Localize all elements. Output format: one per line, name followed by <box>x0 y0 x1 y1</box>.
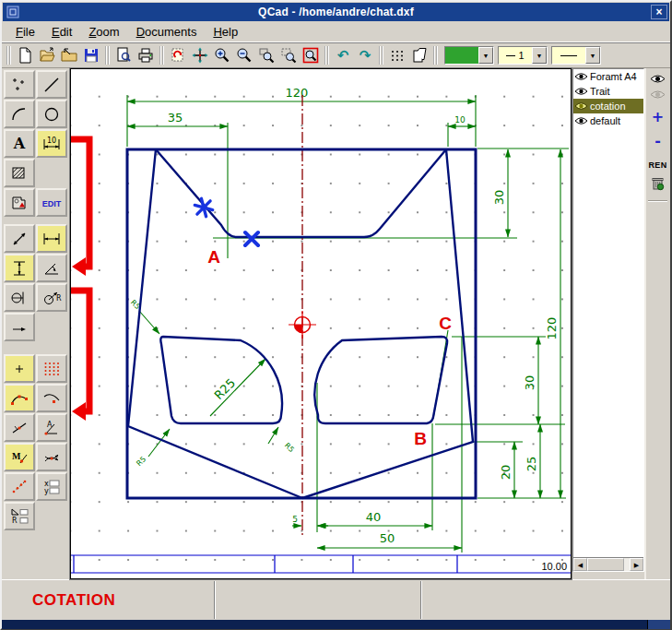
tool-arc-button[interactable] <box>4 100 35 128</box>
snap-intersection-icon <box>41 448 62 467</box>
coordinate-input-button[interactable]: xy <box>36 472 67 501</box>
layer-list[interactable]: Foramt A4 Trait cotation default ◀ <box>572 68 644 572</box>
layer-name: Foramt A4 <box>590 71 637 82</box>
style-dropdown-arrow[interactable]: ▼ <box>585 47 600 64</box>
tool-line-button[interactable] <box>36 70 67 99</box>
tool-points-button[interactable] <box>4 70 35 99</box>
color-combobox[interactable]: ▼ <box>444 46 494 65</box>
layer-row-trait[interactable]: Trait <box>573 84 643 99</box>
scroll-left-button[interactable]: ◀ <box>573 558 587 571</box>
snap-grid-button[interactable] <box>36 354 67 383</box>
hide-all-layers-button[interactable] <box>650 89 666 100</box>
menu-zoom[interactable]: Zoom <box>80 23 127 41</box>
snap-distance-button[interactable] <box>4 472 35 501</box>
menu-file[interactable]: File <box>7 23 43 41</box>
title-block <box>71 555 571 573</box>
svg-text:R5: R5 <box>283 441 296 454</box>
layer-list-hscrollbar[interactable]: ◀ ▶ <box>573 557 643 571</box>
show-all-layers-button[interactable] <box>650 74 666 84</box>
tool-hatch-button[interactable] <box>4 159 35 187</box>
rename-layer-button[interactable]: REN <box>649 160 667 170</box>
menu-edit[interactable]: Edit <box>43 23 80 41</box>
dim-angular-button[interactable] <box>36 254 67 282</box>
close-button[interactable]: × <box>651 5 667 19</box>
snap-midpoint-button[interactable]: M <box>4 443 35 471</box>
save-button[interactable] <box>80 44 102 66</box>
snap-free-button[interactable] <box>4 354 35 383</box>
linewidth-combobox[interactable]: 1 ▼ <box>498 46 548 65</box>
dim-radius-button[interactable]: R <box>36 283 67 312</box>
zoom-window-button[interactable] <box>255 44 277 66</box>
open-file-button[interactable] <box>36 44 58 66</box>
snap-endpoint-button[interactable] <box>4 384 35 412</box>
dim-leader-button[interactable] <box>4 313 35 341</box>
dim-angular-icon <box>41 259 62 278</box>
dim-radius-icon: R <box>41 289 62 307</box>
scroll-right-button[interactable]: ▶ <box>630 558 643 571</box>
dim-horizontal-icon <box>41 230 62 248</box>
tool-text-button[interactable]: A <box>4 129 35 158</box>
layer-view-button[interactable] <box>408 44 430 66</box>
palette-spacer <box>36 159 67 187</box>
dim-aligned-button[interactable] <box>4 224 35 253</box>
drawing-canvas[interactable]: 120 35 10 30 120 30 25 20 40 50 5 R25 R5… <box>70 68 572 579</box>
svg-text:5: 5 <box>292 515 298 524</box>
menu-help[interactable]: Help <box>205 23 246 41</box>
print-preview-button[interactable] <box>112 44 135 66</box>
polar-input-button[interactable]: R <box>4 502 35 530</box>
pan-button[interactable] <box>189 44 211 66</box>
undo-button[interactable]: ↶ <box>332 44 354 66</box>
layer-row-format[interactable]: Foramt A4 <box>573 69 643 84</box>
svg-text:120: 120 <box>286 86 309 100</box>
dim-vertical-button[interactable] <box>4 254 35 282</box>
zoom-previous-button[interactable] <box>300 44 322 66</box>
circle-icon <box>41 105 62 124</box>
zoom-previous-icon <box>301 46 320 65</box>
zoom-auto-button[interactable] <box>277 44 300 66</box>
snap-intersection-button[interactable] <box>36 443 67 471</box>
text-icon: A <box>9 135 29 153</box>
layer-row-default[interactable]: default <box>573 113 643 128</box>
linestyle-combobox[interactable]: ▼ <box>551 46 601 65</box>
redo-button[interactable]: ↷ <box>354 44 376 66</box>
trash-icon[interactable] <box>650 175 666 191</box>
print-button[interactable] <box>135 44 157 66</box>
tool-circle-button[interactable] <box>36 100 67 128</box>
dim-vertical-icon <box>9 259 29 278</box>
snap-on-entity-button[interactable] <box>36 384 67 412</box>
zoom-auto-icon <box>279 46 298 65</box>
pan-icon <box>191 46 209 65</box>
svg-text:R5: R5 <box>135 455 147 468</box>
width-dropdown-arrow[interactable]: ▼ <box>532 47 547 64</box>
snap-middle-button[interactable] <box>4 413 35 442</box>
dim-diameter-button[interactable] <box>4 283 35 312</box>
svg-text:y: y <box>44 487 49 495</box>
svg-text:35: 35 <box>168 111 183 125</box>
grid-size-label: 10.00 <box>541 561 567 572</box>
snap-angle-button[interactable]: A <box>36 413 67 442</box>
tool-dimension-button[interactable]: 10 <box>36 129 67 158</box>
scroll-thumb[interactable] <box>587 558 624 571</box>
remove-layer-button[interactable]: - <box>654 135 661 148</box>
title-bar[interactable]: QCad - /home/andre/chat.dxf × <box>3 3 669 21</box>
dim-horizontal-button[interactable] <box>36 224 67 253</box>
redraw-button[interactable] <box>167 44 189 66</box>
zoom-window-icon <box>257 46 276 65</box>
xy-coordinate-icon: xy <box>41 478 62 496</box>
points-icon <box>9 76 29 94</box>
add-layer-button[interactable]: + <box>652 111 664 124</box>
menu-documents[interactable]: Documents <box>128 23 206 41</box>
grid-toggle-button[interactable] <box>386 44 408 66</box>
snap-middle-icon <box>9 419 29 437</box>
zoom-in-button[interactable] <box>211 44 233 66</box>
dimension-lines <box>127 101 560 548</box>
close-file-button[interactable] <box>58 44 80 66</box>
new-file-button[interactable] <box>14 44 36 66</box>
snap-grid-icon <box>41 360 62 378</box>
layer-panel: Foramt A4 Trait cotation default ◀ <box>572 68 670 579</box>
tool-shape-button[interactable] <box>4 188 35 217</box>
zoom-out-button[interactable] <box>233 44 255 66</box>
layer-row-cotation[interactable]: cotation <box>573 99 643 113</box>
edit-mode-button[interactable]: EDIT <box>36 188 67 217</box>
color-dropdown-arrow[interactable]: ▼ <box>478 47 493 64</box>
